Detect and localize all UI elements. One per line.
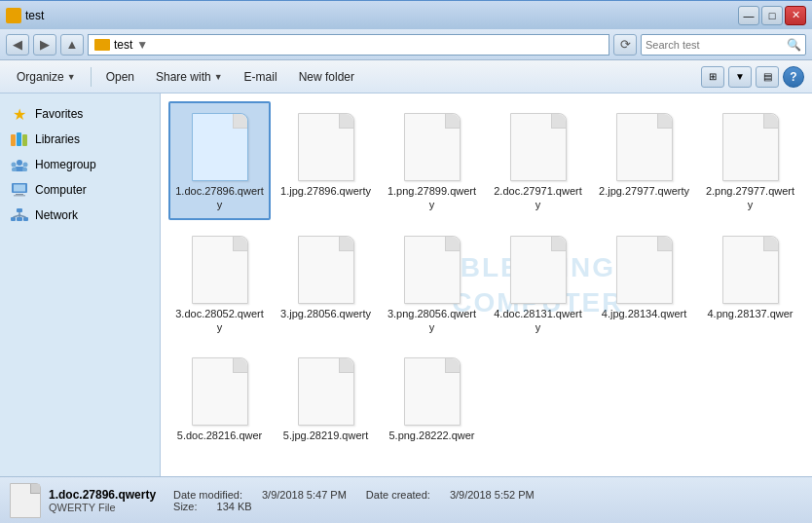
path-text: test	[114, 38, 132, 52]
file-label: 1.jpg.27896.qwerty	[280, 184, 371, 198]
file-item[interactable]: 4.jpg.28134.qwert	[593, 224, 695, 343]
file-item[interactable]: 4.png.28137.qwer	[699, 224, 801, 343]
status-detail-row-2: Size: 134 KB	[173, 501, 535, 512]
file-item[interactable]: 5.png.28222.qwer	[381, 346, 483, 450]
file-label: 2.jpg.27977.qwerty	[599, 184, 689, 198]
status-detail-row-1: Date modified: 3/9/2018 5:47 PM Date cre…	[173, 489, 535, 501]
file-icon	[613, 109, 676, 181]
file-item[interactable]: 3.jpg.28056.qwerty	[275, 224, 377, 343]
svg-rect-13	[17, 208, 22, 212]
file-item[interactable]: 2.doc.27971.qwerty	[487, 101, 589, 220]
date-modified-label: Date modified:	[173, 489, 242, 501]
sidebar-label-homegroup: Homegroup	[35, 158, 96, 171]
status-filetype: QWERTY File	[49, 502, 156, 513]
sidebar-label-favorites: Favorites	[35, 107, 83, 121]
up-button[interactable]: ▲	[60, 34, 84, 56]
svg-rect-8	[22, 168, 27, 171]
maximize-button[interactable]: □	[761, 6, 783, 25]
file-item[interactable]: 1.doc.27896.qwerty	[168, 101, 271, 220]
back-button[interactable]: ◀	[6, 34, 29, 56]
sidebar: ★ Favorites Libraries Homegroup	[0, 93, 161, 476]
forward-button[interactable]: ▶	[33, 34, 56, 56]
folder-icon	[94, 39, 110, 51]
close-button[interactable]: ✕	[785, 6, 806, 25]
star-icon: ★	[10, 106, 29, 122]
homegroup-icon	[10, 157, 29, 172]
file-label: 4.doc.28131.qwerty	[493, 307, 583, 335]
search-box: 🔍	[641, 34, 806, 56]
status-info: 1.doc.27896.qwerty QWERTY File	[49, 488, 156, 513]
svg-line-18	[14, 215, 20, 217]
status-bar: 1.doc.27896.qwerty QWERTY File Date modi…	[0, 476, 812, 523]
title-controls: — □ ✕	[738, 6, 806, 25]
sidebar-label-network: Network	[35, 208, 78, 222]
file-icon	[720, 109, 782, 181]
file-area: BLEEPING COMPUTER 1.doc.27896.qwerty1.jp…	[161, 93, 812, 476]
file-label: 4.jpg.28134.qwert	[602, 307, 686, 320]
file-label: 3.doc.28052.qwerty	[174, 307, 265, 335]
file-icon	[189, 109, 251, 181]
new-folder-button[interactable]: New folder	[290, 64, 363, 90]
computer-icon	[10, 182, 29, 198]
view-dropdown-button[interactable]: ▼	[728, 66, 752, 88]
file-label: 4.png.28137.qwer	[707, 307, 793, 320]
share-with-button[interactable]: Share with ▼	[147, 64, 232, 90]
file-label: 1.png.27899.qwerty	[387, 184, 477, 212]
sidebar-item-homegroup[interactable]: Homegroup	[0, 152, 160, 177]
search-icon[interactable]: 🔍	[787, 38, 801, 52]
help-button[interactable]: ?	[783, 66, 804, 88]
email-button[interactable]: E-mail	[236, 64, 286, 90]
sidebar-item-network[interactable]: Network	[0, 203, 160, 228]
address-path[interactable]: test ▼	[88, 34, 609, 56]
svg-point-4	[12, 163, 17, 168]
date-modified-value: 3/9/2018 5:47 PM	[262, 489, 347, 501]
file-item[interactable]: 5.jpg.28219.qwert	[275, 346, 377, 450]
file-label: 1.doc.27896.qwerty	[174, 184, 265, 212]
file-icon	[401, 232, 463, 304]
share-dropdown-arrow: ▼	[214, 72, 223, 82]
file-icon	[189, 232, 251, 304]
file-label: 5.jpg.28219.qwert	[283, 429, 368, 442]
sidebar-label-libraries: Libraries	[35, 132, 80, 146]
minimize-button[interactable]: —	[738, 6, 759, 25]
file-item[interactable]: 5.doc.28216.qwer	[168, 346, 271, 450]
preview-pane-button[interactable]: ▤	[756, 66, 779, 88]
size-label: Size:	[173, 501, 197, 512]
file-item[interactable]: 3.doc.28052.qwerty	[168, 224, 271, 343]
file-label: 5.doc.28216.qwer	[177, 429, 262, 442]
date-created-label: Date created:	[366, 489, 430, 501]
file-icon	[295, 232, 357, 304]
file-icon	[295, 109, 357, 181]
toolbar: Organize ▼ Open Share with ▼ E-mail New …	[0, 60, 812, 93]
view-icons-button[interactable]: ⊞	[701, 66, 724, 88]
file-item[interactable]: 1.jpg.27896.qwerty	[275, 101, 377, 220]
go-button[interactable]: ⟳	[613, 34, 637, 56]
toolbar-separator-1	[91, 67, 92, 87]
file-item[interactable]: 2.png.27977.qwerty	[699, 101, 801, 220]
svg-rect-16	[23, 217, 28, 221]
sidebar-section: ★ Favorites Libraries Homegroup	[0, 101, 160, 228]
sidebar-item-libraries[interactable]: Libraries	[0, 127, 160, 152]
svg-point-3	[17, 160, 22, 166]
sidebar-item-favorites[interactable]: ★ Favorites	[0, 101, 160, 127]
svg-rect-10	[14, 185, 25, 192]
svg-rect-12	[14, 195, 25, 197]
open-button[interactable]: Open	[97, 64, 143, 90]
svg-line-20	[19, 215, 26, 217]
sidebar-label-computer: Computer	[35, 183, 87, 197]
search-input[interactable]	[646, 39, 787, 51]
status-filename: 1.doc.27896.qwerty	[49, 488, 156, 502]
file-item[interactable]: 4.doc.28131.qwerty	[487, 224, 589, 343]
file-icon	[401, 354, 463, 426]
organize-dropdown-arrow: ▼	[67, 72, 76, 82]
file-item[interactable]: 3.png.28056.qwerty	[381, 224, 483, 343]
status-details: Date modified: 3/9/2018 5:47 PM Date cre…	[173, 489, 535, 512]
sidebar-item-computer[interactable]: Computer	[0, 177, 160, 203]
library-icon	[10, 131, 29, 147]
title-bar-left: test	[6, 8, 738, 23]
organize-button[interactable]: Organize ▼	[8, 64, 85, 90]
svg-rect-0	[11, 134, 16, 146]
file-label: 5.png.28222.qwer	[388, 429, 474, 442]
file-item[interactable]: 2.jpg.27977.qwerty	[593, 101, 695, 220]
file-item[interactable]: 1.png.27899.qwerty	[381, 101, 483, 220]
